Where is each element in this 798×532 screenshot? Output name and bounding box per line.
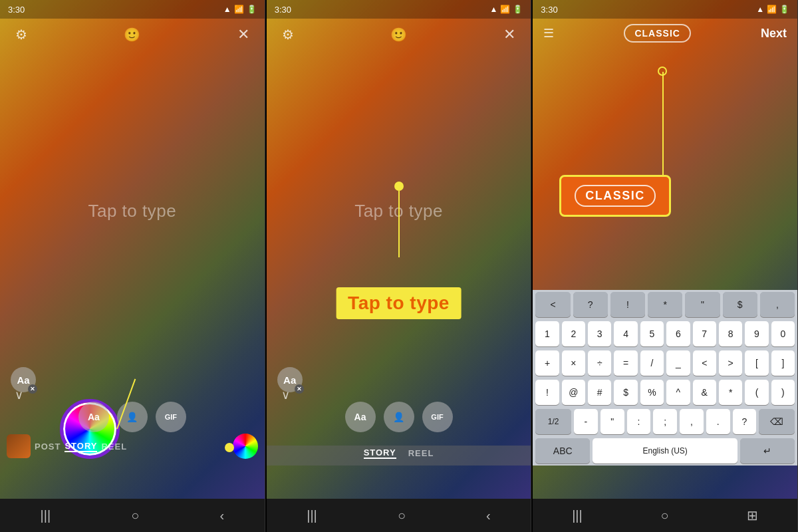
- key-comma[interactable]: ,: [760, 292, 795, 317]
- separator-2: [531, 0, 533, 532]
- recent-nav-1[interactable]: ‹: [219, 508, 224, 523]
- key-dollar[interactable]: $: [723, 292, 757, 317]
- key-4[interactable]: 4: [614, 321, 637, 346]
- signal-icon-3: 📶: [767, 5, 777, 14]
- nav-reel-2[interactable]: REEL: [408, 448, 434, 458]
- key-percent[interactable]: %: [640, 380, 664, 405]
- key-excl2[interactable]: !: [535, 380, 559, 405]
- key-period[interactable]: .: [706, 409, 730, 434]
- bottom-toolbar-2: Aa 👤 GIF: [267, 402, 531, 432]
- nav-story-2[interactable]: STORY: [364, 448, 396, 459]
- menu-icon-3[interactable]: ☰: [543, 26, 554, 41]
- recent-nav-3[interactable]: ⊞: [747, 507, 758, 523]
- key-at[interactable]: @: [562, 380, 585, 405]
- key-1[interactable]: 1: [535, 321, 559, 346]
- key-0[interactable]: 0: [771, 321, 795, 346]
- nav-reel-1[interactable]: REEL: [101, 442, 127, 452]
- key-3[interactable]: 3: [588, 321, 611, 346]
- back-nav-2[interactable]: |||: [307, 508, 317, 523]
- sticker-icon-1[interactable]: 🙂: [122, 24, 143, 45]
- keyboard-row-punct: 1/2 - " : ; , . ? ⌫: [533, 407, 797, 436]
- key-eq[interactable]: =: [614, 350, 637, 376]
- key-enter[interactable]: ↵: [740, 438, 795, 464]
- tap-to-type-highlighted-2[interactable]: Tap to type: [336, 287, 462, 319]
- nav-story-1[interactable]: STORY: [65, 441, 97, 452]
- back-nav-3[interactable]: |||: [572, 508, 583, 523]
- key-q2[interactable]: ?: [733, 409, 757, 434]
- key-8[interactable]: 8: [719, 321, 742, 346]
- settings-icon-1[interactable]: ⚙: [11, 24, 32, 45]
- next-button[interactable]: Next: [761, 27, 787, 41]
- key-semi[interactable]: ;: [653, 409, 677, 434]
- chevron-down-1[interactable]: ∨: [15, 388, 23, 402]
- keyboard-area-3: < ? ! * " $ , 1 2 3 4 5 6 7 8 9 0: [533, 290, 797, 466]
- key-5[interactable]: 5: [640, 321, 664, 346]
- key-comma2[interactable]: ,: [680, 409, 704, 434]
- classic-annotation-box: CLASSIC: [559, 175, 671, 217]
- nav-post-1[interactable]: POST: [35, 442, 61, 452]
- gif-btn-1[interactable]: GIF: [156, 402, 186, 432]
- key-2[interactable]: 2: [562, 321, 585, 346]
- text-style-btn-2[interactable]: Aa: [345, 402, 376, 432]
- key-rbracket[interactable]: ]: [771, 350, 795, 376]
- key-caret[interactable]: ^: [666, 380, 690, 405]
- separator-1: [265, 0, 267, 532]
- top-bar-2: ⚙ 🙂 ✕: [267, 19, 531, 51]
- mention-btn-2[interactable]: 👤: [384, 402, 414, 432]
- close-icon-1[interactable]: ✕: [233, 24, 254, 45]
- keyboard-row-symbols: ! @ # $ % ^ & * ( ): [533, 378, 797, 407]
- key-abc[interactable]: ABC: [535, 438, 590, 464]
- settings-icon-2[interactable]: ⚙: [277, 24, 299, 45]
- key-star[interactable]: *: [648, 292, 682, 317]
- key-slash[interactable]: /: [640, 350, 664, 376]
- key-div[interactable]: ÷: [588, 350, 611, 376]
- highlighted-label-2: Tap to type: [336, 287, 462, 319]
- key-half[interactable]: 1/2: [535, 409, 571, 434]
- key-langle[interactable]: <: [693, 350, 716, 376]
- status-bar-2: 3:30 ▲ 📶 🔋: [267, 0, 531, 19]
- key-hash[interactable]: #: [588, 380, 611, 405]
- wifi-icon-3: ▲: [756, 5, 764, 14]
- key-dquote[interactable]: ": [600, 409, 624, 434]
- chevron-down-2[interactable]: ∨: [281, 388, 290, 402]
- signal-icon-2: 📶: [500, 5, 510, 14]
- panel-3: 3:30 ▲ 📶 🔋 ☰ CLASSIC Next CLASSIC < ? !: [533, 0, 798, 532]
- key-dash[interactable]: -: [574, 409, 598, 434]
- key-under[interactable]: _: [666, 350, 690, 376]
- sticker-icon-2[interactable]: 🙂: [388, 24, 410, 45]
- key-dollar2[interactable]: $: [614, 380, 637, 405]
- key-plus[interactable]: +: [535, 350, 559, 376]
- classic-badge-header[interactable]: CLASSIC: [624, 24, 690, 43]
- status-bar-1: 3:30 ▲ 📶 🔋: [0, 0, 265, 19]
- key-colon[interactable]: :: [627, 409, 651, 434]
- home-nav-3[interactable]: ○: [660, 508, 668, 523]
- recent-nav-2[interactable]: ‹: [486, 508, 491, 523]
- close-dot-1: ✕: [28, 384, 37, 394]
- gif-btn-2[interactable]: GIF: [422, 402, 453, 432]
- key-star2[interactable]: *: [719, 380, 742, 405]
- key-quote[interactable]: ": [685, 292, 720, 317]
- tap-to-type-1[interactable]: Tap to type: [88, 201, 176, 221]
- back-nav-1[interactable]: |||: [41, 508, 51, 523]
- key-9[interactable]: 9: [745, 321, 768, 346]
- key-rangle[interactable]: >: [719, 350, 742, 376]
- home-nav-2[interactable]: ○: [398, 508, 406, 523]
- key-lt[interactable]: <: [535, 292, 570, 317]
- home-nav-1[interactable]: ○: [131, 508, 139, 523]
- status-time-2: 3:30: [275, 5, 291, 15]
- text-style-btn-1[interactable]: Aa: [78, 402, 109, 432]
- key-7[interactable]: 7: [693, 321, 716, 346]
- key-6[interactable]: 6: [666, 321, 690, 346]
- key-space[interactable]: English (US): [593, 438, 737, 464]
- key-times[interactable]: ×: [562, 350, 585, 376]
- key-lparen[interactable]: (: [745, 380, 768, 405]
- backspace-key[interactable]: ⌫: [759, 409, 795, 434]
- color-circle-small-1[interactable]: [233, 434, 258, 459]
- wifi-icon-1: ▲: [223, 5, 231, 14]
- key-q[interactable]: ?: [573, 292, 608, 317]
- key-rparen[interactable]: ): [771, 380, 795, 405]
- key-lbracket[interactable]: [: [745, 350, 768, 376]
- close-icon-2[interactable]: ✕: [499, 24, 520, 45]
- key-excl[interactable]: !: [610, 292, 645, 317]
- key-amp[interactable]: &: [693, 380, 716, 405]
